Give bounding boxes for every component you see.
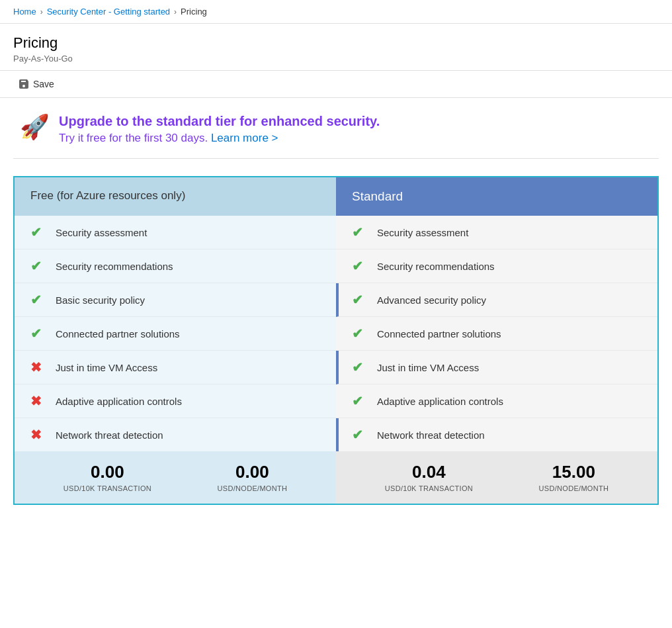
feature-label: Network threat detection	[56, 429, 163, 441]
breadcrumb-sep-2: ›	[174, 7, 177, 17]
free-price-1-unit: USD/10K TRANSACTION	[63, 484, 151, 492]
upgrade-subline: Try it free for the first 30 days. Learn…	[59, 132, 380, 145]
banner-divider	[13, 158, 659, 159]
check-icon: ✔	[352, 292, 368, 308]
pricing-area: Free (for Azure resources only) Standard…	[0, 169, 672, 525]
toolbar: Save	[0, 71, 672, 98]
standard-feature-row: ✔Security recommendations	[336, 249, 657, 283]
page-title: Pricing	[13, 34, 659, 52]
check-icon: ✔	[352, 326, 368, 341]
save-label: Save	[33, 79, 54, 89]
page-subtitle: Pay-As-You-Go	[13, 54, 659, 64]
feature-label: Security assessment	[377, 227, 468, 238]
check-icon: ✔	[30, 224, 46, 240]
free-feature-row: ✖Just in time VM Access	[15, 351, 336, 384]
check-icon: ✔	[352, 258, 368, 274]
breadcrumb-security-center[interactable]: Security Center - Getting started	[47, 7, 170, 17]
cross-icon: ✖	[30, 359, 46, 375]
free-feature-row: ✖Adaptive application controls	[15, 384, 336, 418]
feature-label: Security recommendations	[56, 261, 173, 272]
feature-label: Adaptive application controls	[377, 396, 503, 407]
upgrade-subline-prefix: Try it free for the first 30 days.	[59, 132, 208, 144]
breadcrumb-current: Pricing	[181, 7, 207, 17]
standard-feature-row: ✔Connected partner solutions	[336, 317, 657, 351]
feature-label: Adaptive application controls	[56, 396, 182, 407]
check-icon: ✔	[30, 326, 46, 341]
feature-label: Just in time VM Access	[56, 362, 157, 373]
upgrade-text: Upgrade to the standard tier for enhance…	[59, 114, 380, 145]
save-button[interactable]: Save	[13, 76, 60, 92]
upgrade-headline: Upgrade to the standard tier for enhance…	[59, 114, 380, 129]
standard-price-2: 15.00 USD/NODE/MONTH	[539, 462, 609, 493]
free-column-header: Free (for Azure resources only)	[15, 177, 336, 216]
check-icon: ✔	[352, 393, 368, 409]
standard-price-2-unit: USD/NODE/MONTH	[539, 484, 609, 492]
standard-features: ✔Security assessment✔Security recommenda…	[336, 216, 657, 451]
standard-feature-row: ✔Advanced security policy	[336, 283, 657, 317]
save-icon	[19, 79, 29, 89]
free-feature-row: ✔Security recommendations	[15, 249, 336, 283]
free-feature-row: ✔Basic security policy	[15, 283, 336, 317]
breadcrumb-home[interactable]: Home	[13, 7, 36, 17]
feature-label: Basic security policy	[56, 294, 145, 306]
standard-price-1: 0.04 USD/10K TRANSACTION	[385, 462, 473, 493]
standard-price-1-value: 0.04	[385, 462, 473, 482]
learn-more-link[interactable]: Learn more >	[211, 132, 278, 144]
page-header: Pricing Pay-As-You-Go	[0, 24, 672, 71]
standard-feature-row: ✔Security assessment	[336, 216, 657, 249]
check-icon: ✔	[30, 292, 46, 308]
pricing-grid: Free (for Azure resources only) Standard…	[13, 176, 659, 505]
free-pricing-footer: 0.00 USD/10K TRANSACTION 0.00 USD/NODE/M…	[15, 451, 336, 504]
feature-label: Security recommendations	[377, 261, 495, 272]
feature-label: Connected partner solutions	[377, 328, 501, 339]
standard-column-header: Standard	[336, 177, 657, 216]
free-price-2-value: 0.00	[218, 462, 288, 482]
feature-label: Just in time VM Access	[377, 362, 479, 373]
free-features: ✔Security assessment✔Security recommenda…	[15, 216, 336, 451]
breadcrumb: Home › Security Center - Getting started…	[0, 0, 672, 24]
free-price-2-unit: USD/NODE/MONTH	[218, 484, 288, 492]
free-feature-row: ✔Connected partner solutions	[15, 317, 336, 351]
breadcrumb-sep-1: ›	[40, 7, 43, 17]
feature-label: Security assessment	[56, 227, 147, 238]
feature-label: Advanced security policy	[377, 294, 486, 306]
standard-feature-row: ✔Adaptive application controls	[336, 384, 657, 418]
feature-label: Network threat detection	[377, 429, 485, 441]
upgrade-banner: 🚀 Upgrade to the standard tier for enhan…	[0, 98, 672, 158]
feature-label: Connected partner solutions	[56, 328, 180, 339]
free-feature-row: ✔Security assessment	[15, 216, 336, 249]
free-price-2: 0.00 USD/NODE/MONTH	[218, 462, 288, 493]
free-price-1: 0.00 USD/10K TRANSACTION	[63, 462, 151, 493]
cross-icon: ✖	[30, 427, 46, 443]
standard-pricing-footer: 0.04 USD/10K TRANSACTION 15.00 USD/NODE/…	[336, 451, 657, 504]
free-price-1-value: 0.00	[63, 462, 151, 482]
check-icon: ✔	[352, 359, 368, 375]
free-feature-row: ✖Network threat detection	[15, 418, 336, 451]
standard-feature-row: ✔Just in time VM Access	[336, 351, 657, 384]
check-icon: ✔	[352, 224, 368, 240]
check-icon: ✔	[352, 427, 368, 443]
check-icon: ✔	[30, 258, 46, 274]
standard-feature-row: ✔Network threat detection	[336, 418, 657, 451]
cross-icon: ✖	[30, 393, 46, 409]
standard-price-1-unit: USD/10K TRANSACTION	[385, 484, 473, 492]
standard-price-2-value: 15.00	[539, 462, 609, 482]
rocket-icon: 🚀	[20, 115, 50, 139]
